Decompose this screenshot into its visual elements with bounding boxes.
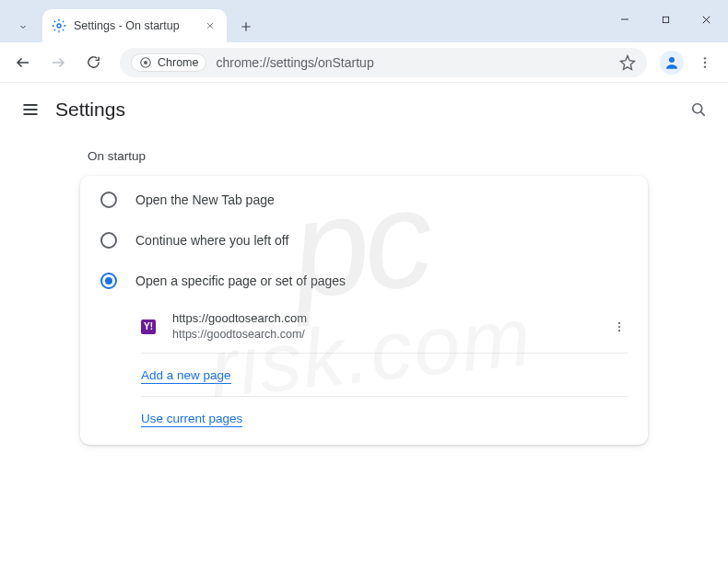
settings-search-button[interactable] [687, 99, 710, 121]
svg-point-11 [618, 330, 620, 331]
settings-favicon [52, 18, 66, 33]
svg-point-0 [57, 24, 61, 28]
startup-option-specific[interactable]: Open a specific page or set of pages [80, 261, 648, 301]
reload-button[interactable] [79, 49, 107, 76]
svg-point-7 [704, 65, 706, 67]
minimize-icon [619, 14, 630, 25]
svg-point-3 [144, 60, 147, 64]
bookmark-button[interactable] [619, 54, 636, 71]
back-button[interactable] [9, 49, 37, 76]
new-tab-button[interactable] [232, 13, 260, 41]
settings-content: On startup Open the New Tab page Continu… [0, 136, 728, 445]
startup-option-continue[interactable]: Continue where you left off [80, 220, 648, 261]
more-vertical-icon [613, 320, 626, 333]
tab-list-dropdown[interactable] [9, 13, 37, 41]
radio-icon [100, 192, 117, 208]
arrow-left-icon [15, 54, 31, 71]
address-bar[interactable]: Chrome chrome://settings/onStartup [120, 48, 647, 77]
maximize-button[interactable] [647, 6, 684, 33]
hamburger-icon [21, 100, 40, 119]
startup-card: Open the New Tab page Continue where you… [80, 176, 648, 445]
svg-rect-1 [663, 17, 668, 22]
person-icon [663, 54, 680, 71]
tab-title: Settings - On startup [74, 19, 195, 32]
reload-icon [86, 54, 101, 70]
forward-button[interactable] [44, 49, 72, 76]
page-favicon: Y! [141, 320, 156, 334]
maximize-icon [661, 15, 671, 25]
browser-menu-button[interactable] [691, 49, 719, 76]
profile-button[interactable] [660, 51, 684, 75]
option-label: Continue where you left off [135, 233, 288, 248]
arrow-right-icon [50, 54, 66, 71]
option-label: Open a specific page or set of pages [135, 273, 346, 288]
use-current-link[interactable]: Use current pages [141, 412, 242, 427]
settings-header: Settings [0, 83, 728, 136]
tab-close-button[interactable] [203, 18, 217, 33]
section-label: On startup [88, 149, 648, 163]
browser-toolbar: Chrome chrome://settings/onStartup [0, 42, 728, 83]
option-label: Open the New Tab page [135, 192, 275, 207]
chip-label: Chrome [158, 56, 198, 69]
startup-page-row: Y! https://goodtosearch.com https://good… [141, 301, 628, 354]
add-page-row: Add a new page [141, 354, 628, 397]
search-icon [689, 100, 708, 119]
chrome-chip: Chrome [131, 53, 206, 72]
page-title: https://goodtosearch.com [172, 310, 611, 327]
chevron-down-icon [18, 21, 29, 32]
minimize-button[interactable] [606, 6, 643, 33]
titlebar: Settings - On startup [0, 0, 728, 42]
close-icon [205, 21, 215, 30]
add-page-link[interactable]: Add a new page [141, 368, 231, 384]
radio-icon [100, 232, 117, 249]
svg-point-8 [693, 103, 702, 112]
svg-point-5 [704, 57, 706, 59]
svg-point-9 [618, 322, 620, 324]
plus-icon [240, 20, 252, 33]
star-icon [619, 54, 636, 71]
more-vertical-icon [698, 55, 712, 70]
settings-menu-button[interactable] [18, 98, 42, 122]
startup-option-newtab[interactable]: Open the New Tab page [80, 180, 648, 220]
svg-point-10 [618, 326, 620, 328]
url-text: chrome://settings/onStartup [216, 55, 373, 70]
radio-selected-icon [100, 273, 117, 289]
browser-tab[interactable]: Settings - On startup [42, 9, 227, 42]
page-url: https://goodtosearch.com/ [172, 327, 611, 343]
svg-point-6 [704, 61, 706, 63]
svg-point-4 [669, 57, 675, 63]
page-more-button[interactable] [611, 320, 628, 333]
chrome-icon [139, 56, 152, 69]
page-title: Settings [55, 99, 687, 121]
close-window-button[interactable] [687, 6, 724, 33]
use-current-row: Use current pages [141, 397, 628, 439]
close-icon [700, 14, 712, 26]
